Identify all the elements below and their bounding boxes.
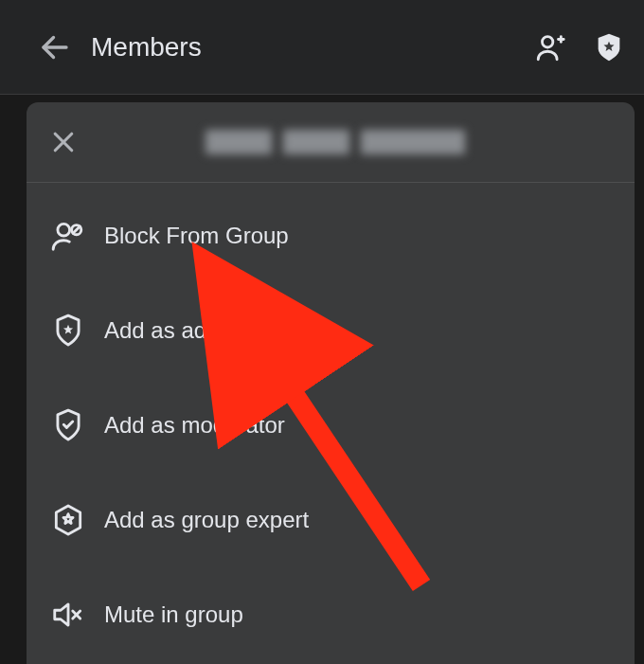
menu-item-block[interactable]: Block From Group bbox=[27, 188, 635, 283]
svg-marker-10 bbox=[55, 604, 68, 625]
action-sheet: Block From Group Add as admin Add as mod… bbox=[27, 102, 635, 664]
add-person-icon[interactable] bbox=[534, 31, 566, 63]
menu-item-label: Add as admin bbox=[104, 317, 243, 344]
shield-star-icon bbox=[40, 313, 97, 349]
speaker-mute-icon bbox=[40, 597, 97, 633]
shield-check-icon bbox=[40, 407, 97, 443]
svg-point-6 bbox=[58, 224, 70, 236]
menu: Block From Group Add as admin Add as mod… bbox=[27, 183, 635, 664]
svg-point-1 bbox=[543, 36, 553, 46]
close-icon[interactable] bbox=[49, 128, 78, 156]
member-name-redacted bbox=[97, 130, 612, 154]
page-title: Members bbox=[91, 32, 534, 63]
svg-line-8 bbox=[73, 226, 80, 233]
back-arrow-icon[interactable] bbox=[38, 30, 72, 64]
menu-item-mute[interactable]: Mute in group bbox=[27, 567, 635, 662]
menu-item-expert[interactable]: Add as group expert bbox=[27, 473, 635, 567]
menu-item-moderator[interactable]: Add as moderator bbox=[27, 378, 635, 473]
shield-star-filled-icon[interactable] bbox=[593, 31, 625, 63]
menu-item-label: Block From Group bbox=[104, 223, 289, 249]
topbar: Members bbox=[0, 0, 644, 95]
menu-item-label: Add as moderator bbox=[104, 412, 285, 439]
menu-item-admin[interactable]: Add as admin bbox=[27, 283, 635, 378]
menu-item-label: Mute in group bbox=[104, 601, 243, 628]
person-blocked-icon bbox=[40, 218, 97, 254]
hexagon-star-icon bbox=[40, 502, 97, 538]
sheet-header bbox=[27, 102, 635, 183]
menu-item-label: Add as group expert bbox=[104, 507, 309, 533]
topbar-actions bbox=[534, 31, 625, 63]
